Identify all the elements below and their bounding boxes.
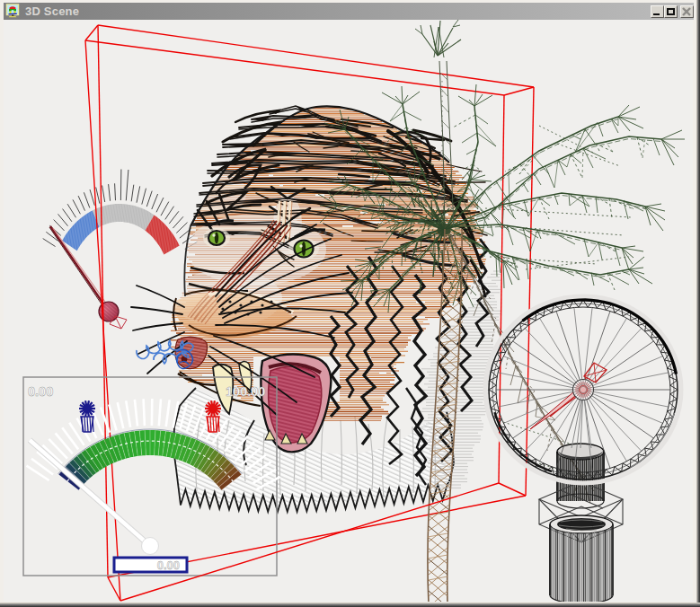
svg-text:0.00: 0.00 [157,559,180,572]
svg-text:100.00: 100.00 [226,384,265,399]
svg-text:0.00: 0.00 [28,384,53,399]
